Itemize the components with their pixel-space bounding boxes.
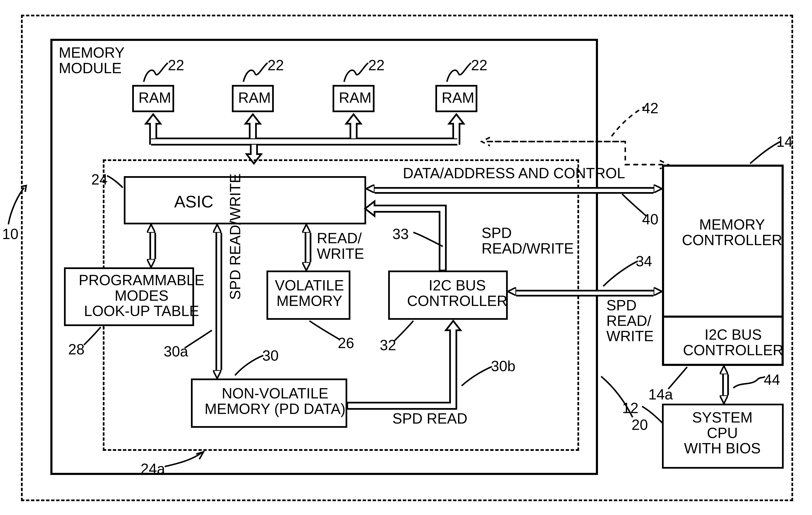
ref-40: 40 <box>642 212 659 227</box>
ref-14a: 14a <box>648 387 673 402</box>
ref-30: 30 <box>262 348 279 364</box>
ref-42: 42 <box>642 101 659 116</box>
lut-label: PROGRAMMABLE MODES LOOK-UP TABLE <box>79 273 204 319</box>
arrow-asic-lut <box>147 224 155 267</box>
label-read-write: READ/ WRITE <box>317 231 364 262</box>
asic-label: ASIC <box>174 193 213 211</box>
leader-ram2 <box>242 61 272 85</box>
i2c-controller-14a-label: I2C BUS CONTROLLER <box>683 327 783 358</box>
ref-ram2: 22 <box>267 58 284 73</box>
ram-bus <box>130 112 487 158</box>
leader-12 <box>640 405 665 426</box>
label-spd-read: SPD READ <box>393 411 467 426</box>
leader-33 <box>411 231 445 250</box>
leader-ram3 <box>343 61 372 85</box>
leader-44 <box>732 375 766 393</box>
leader-42 <box>611 105 646 139</box>
ref-10: 10 <box>2 226 19 242</box>
system-cpu-label: SYSTEM CPU WITH BIOS <box>684 410 761 456</box>
asic-box <box>124 176 366 224</box>
ram-4-label: RAM <box>442 90 474 106</box>
leader-ram1 <box>143 61 172 85</box>
ref-24a: 24a <box>141 461 165 477</box>
arrow-asic-vm <box>302 224 311 271</box>
label-spd-rw-34: SPD READ/ WRITE <box>606 298 654 344</box>
ref-34: 34 <box>636 254 652 269</box>
ref-33: 33 <box>393 226 409 242</box>
memory-module-title: MEMORY MODULE <box>59 45 125 76</box>
leader-30b <box>461 365 494 389</box>
ref-30a: 30a <box>164 344 188 359</box>
ref-44: 44 <box>764 372 780 388</box>
nvm-label: NON-VOLATILE MEMORY (PD DATA) <box>205 386 346 417</box>
leader-34 <box>602 259 640 289</box>
leader-24 <box>105 174 126 192</box>
arrow-nvm-i2c <box>347 319 473 409</box>
leader-ram4 <box>446 61 475 85</box>
leader-28 <box>82 326 107 348</box>
leader-10 <box>6 184 31 227</box>
ref-24: 24 <box>91 172 108 187</box>
divider-14-14a <box>662 315 784 318</box>
memory-controller-label: MEMORY CONTROLLER <box>682 217 782 248</box>
ram-3-label: RAM <box>339 90 372 106</box>
ram-2-label: RAM <box>238 90 271 106</box>
arrow-14a-cpu <box>720 366 728 404</box>
leader-24a <box>162 452 204 474</box>
ref-30b: 30b <box>491 359 516 374</box>
i2c-bus-controller-label: I2C BUS CONTROLLER <box>407 278 508 309</box>
ref-28: 28 <box>68 342 85 357</box>
label-spd-rw-30a: SPD READ/WRITE <box>228 174 243 300</box>
arrow-asic-nvm <box>213 224 221 378</box>
leader-30 <box>234 354 265 378</box>
ref-ram1: 22 <box>168 58 184 73</box>
ram-1-label: RAM <box>139 90 171 106</box>
ref-12: 12 <box>622 400 638 416</box>
volatile-memory-label: VOLATILE MEMORY <box>275 278 344 309</box>
leader-26 <box>309 320 342 344</box>
arrow-asic-memctrl <box>366 184 662 193</box>
ref-ram4: 22 <box>471 58 487 73</box>
label-spd-rw-33: SPD READ/WRITE <box>482 225 574 256</box>
ref-14: 14 <box>776 134 793 150</box>
ref-ram3: 22 <box>368 58 385 73</box>
